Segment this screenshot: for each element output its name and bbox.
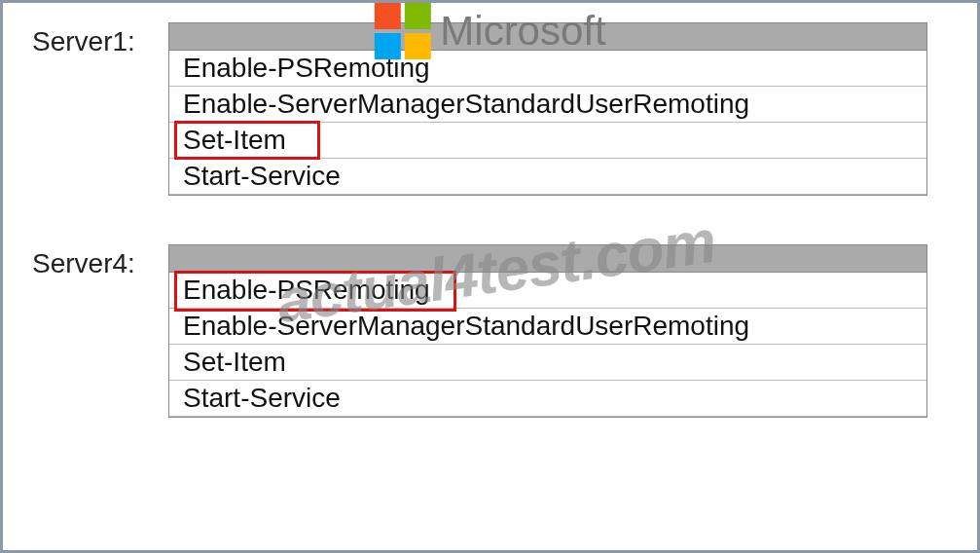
list-item[interactable]: Enable-ServerManagerStandardUserRemoting bbox=[169, 87, 926, 123]
microsoft-logo-grid bbox=[374, 3, 430, 59]
list-item[interactable]: Enable-ServerManagerStandardUserRemoting bbox=[169, 309, 926, 345]
microsoft-logo: Microsoft bbox=[374, 3, 605, 59]
server4-block: Server4: Enable-PSRemoting Enable-Server… bbox=[32, 244, 948, 418]
server4-label: Server4: bbox=[32, 244, 168, 279]
list-item[interactable]: Start-Service bbox=[169, 381, 926, 417]
server1-label: Server1: bbox=[32, 22, 168, 57]
list-item[interactable]: Start-Service bbox=[169, 159, 926, 195]
microsoft-logo-text: Microsoft bbox=[440, 8, 605, 55]
listbox-header bbox=[169, 245, 926, 273]
server4-listbox[interactable]: Enable-PSRemoting Enable-ServerManagerSt… bbox=[168, 244, 927, 418]
list-item[interactable]: Set-Item bbox=[169, 123, 926, 159]
list-item[interactable]: Enable-PSRemoting bbox=[169, 273, 926, 309]
list-item[interactable]: Set-Item bbox=[169, 345, 926, 381]
